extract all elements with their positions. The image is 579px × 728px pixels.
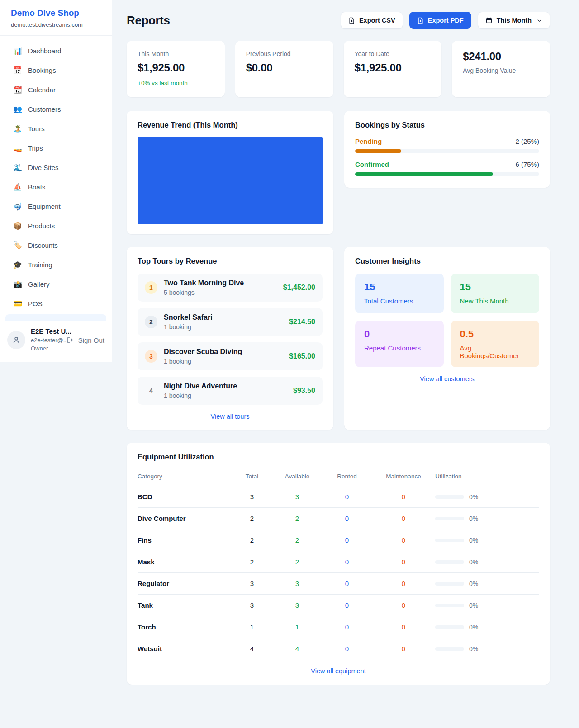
credit-card-icon: 💳: [13, 299, 22, 308]
utilization-bar: [435, 539, 464, 542]
tour-bookings: 1 booking: [164, 358, 283, 365]
utilization-percent: 0%: [469, 493, 478, 501]
top-tours-card: Top Tours by Revenue 1 Two Tank Morning …: [127, 247, 333, 430]
tour-info: Two Tank Morning Dive 5 bookings: [164, 279, 277, 296]
utilization-percent: 0%: [469, 580, 478, 587]
tour-info: Discover Scuba Diving 1 booking: [164, 348, 283, 365]
calendar-icon: 📅: [13, 66, 22, 75]
main-content: Reports Export CSV Export PDF: [112, 0, 579, 719]
sidebar-item-boats[interactable]: ⛵ Boats: [5, 177, 106, 197]
stat-card-previous-period: Previous Period $0.00: [235, 41, 333, 97]
cell-maintenance: 0: [372, 551, 435, 573]
period-dropdown[interactable]: This Month: [478, 12, 550, 29]
tour-revenue: $93.50: [293, 387, 315, 395]
progress-fill: [355, 172, 493, 176]
cell-category: Wetsuit: [138, 638, 232, 660]
cell-total: 3: [232, 486, 272, 508]
diving-mask-icon: 🤿: [13, 202, 22, 211]
bookings-by-status-card: Bookings by Status Pending 2 (25%) Confi…: [344, 111, 550, 188]
chevron-down-icon: [536, 18, 542, 24]
export-pdf-button[interactable]: Export PDF: [409, 12, 471, 29]
cell-available: 3: [272, 486, 322, 508]
cell-rented: 0: [322, 595, 372, 616]
sailboat-icon: ⛵: [13, 183, 22, 191]
cell-total: 3: [232, 573, 272, 595]
view-all-customers-link[interactable]: View all customers: [355, 375, 539, 383]
utilization-bar: [435, 647, 464, 651]
sidebar-item-calendar[interactable]: 📆 Calendar: [5, 80, 106, 99]
status-label: Confirmed: [355, 161, 389, 168]
cell-rented: 0: [322, 551, 372, 573]
sidebar-item-products[interactable]: 📦 Products: [5, 216, 106, 236]
insight-label: Avg Bookings/Customer: [460, 344, 531, 359]
sidebar-item-gallery[interactable]: 📸 Gallery: [5, 274, 106, 294]
stat-value: $1,925.00: [138, 61, 214, 74]
rank-badge: 1: [145, 281, 157, 294]
utilization-percent: 0%: [469, 624, 478, 631]
sidebar-item-label: Customers: [28, 105, 61, 113]
cell-total: 2: [232, 529, 272, 551]
user-meta: E2E Test U... e2e-tester@... Owner: [31, 327, 61, 353]
progress-fill: [355, 149, 401, 153]
cell-maintenance: 0: [372, 638, 435, 660]
user-name: E2E Test U...: [31, 327, 61, 335]
utilization-cell: 0%: [435, 537, 539, 544]
page-header: Reports Export CSV Export PDF: [127, 12, 550, 29]
sidebar-item-customers[interactable]: 👥 Customers: [5, 99, 106, 119]
page-title: Reports: [127, 14, 170, 28]
utilization-cell: 0%: [435, 580, 539, 587]
sidebar-item-dashboard[interactable]: 📊 Dashboard: [5, 41, 106, 61]
utilization-percent: 0%: [469, 537, 478, 544]
tour-bookings: 1 booking: [164, 392, 287, 399]
revenue-trend-card: Revenue Trend (This Month): [127, 111, 333, 234]
tag-icon: 🏷️: [13, 241, 22, 250]
sign-out-button[interactable]: Sign Out: [66, 336, 104, 344]
sidebar-item-equipment[interactable]: 🤿 Equipment: [5, 197, 106, 216]
sidebar-item-bookings[interactable]: 📅 Bookings: [5, 61, 106, 80]
sidebar-item-label: Dive Sites: [28, 164, 59, 171]
status-count: 2 (25%): [515, 137, 539, 145]
cell-maintenance: 0: [372, 529, 435, 551]
sidebar-item-tours[interactable]: 🏝️ Tours: [5, 119, 106, 138]
sidebar-item-dive-sites[interactable]: 🌊 Dive Sites: [5, 158, 106, 177]
cell-maintenance: 0: [372, 508, 435, 529]
export-csv-button[interactable]: Export CSV: [341, 12, 403, 29]
sidebar-item-label: Boats: [28, 183, 45, 191]
file-download-icon: [348, 17, 355, 24]
sidebar-item-training[interactable]: 🎓 Training: [5, 255, 106, 274]
sidebar-item-label: Calendar: [28, 86, 56, 94]
card-title: Top Tours by Revenue: [138, 257, 323, 265]
stat-cards: This Month $1,925.00 +0% vs last month P…: [127, 41, 550, 97]
cell-rented: 0: [322, 573, 372, 595]
sidebar-item-discounts[interactable]: 🏷️ Discounts: [5, 236, 106, 255]
utilization-cell: 0%: [435, 558, 539, 566]
tour-name: Discover Scuba Diving: [164, 348, 283, 356]
sidebar-item-reports-partial[interactable]: [5, 314, 106, 321]
tour-info: Night Dive Adventure 1 booking: [164, 382, 287, 399]
sidebar-item-label: POS: [28, 300, 43, 307]
tear-off-calendar-icon: 📆: [13, 85, 22, 94]
tour-row: 2 Snorkel Safari 1 booking $214.50: [138, 308, 323, 336]
col-rented: Rented: [322, 469, 372, 486]
sidebar-item-label: Products: [28, 222, 55, 230]
cell-maintenance: 0: [372, 616, 435, 638]
sidebar-item-pos[interactable]: 💳 POS: [5, 294, 106, 313]
view-all-equipment-link[interactable]: View all equipment: [138, 667, 539, 675]
header-actions: Export CSV Export PDF This Month: [341, 12, 550, 29]
utilization-cell: 0%: [435, 624, 539, 631]
export-pdf-label: Export PDF: [428, 17, 464, 24]
sidebar: Demo Dive Shop demo.test.divestreams.com…: [0, 0, 112, 362]
utilization-percent: 0%: [469, 602, 478, 609]
cell-total: 2: [232, 508, 272, 529]
cell-available: 1: [272, 616, 322, 638]
cell-available: 2: [272, 529, 322, 551]
user-panel: E2E Test U... e2e-tester@... Owner Sign …: [0, 321, 112, 362]
cell-category: Torch: [138, 616, 232, 638]
shop-name: Demo Dive Shop: [11, 8, 101, 18]
utilization-bar: [435, 495, 464, 499]
tour-name: Snorkel Safari: [164, 313, 283, 321]
view-all-tours-link[interactable]: View all tours: [138, 413, 323, 420]
sidebar-item-trips[interactable]: 🚤 Trips: [5, 138, 106, 158]
stat-delta: +0% vs last month: [138, 80, 214, 86]
insight-label: Repeat Customers: [364, 344, 435, 352]
